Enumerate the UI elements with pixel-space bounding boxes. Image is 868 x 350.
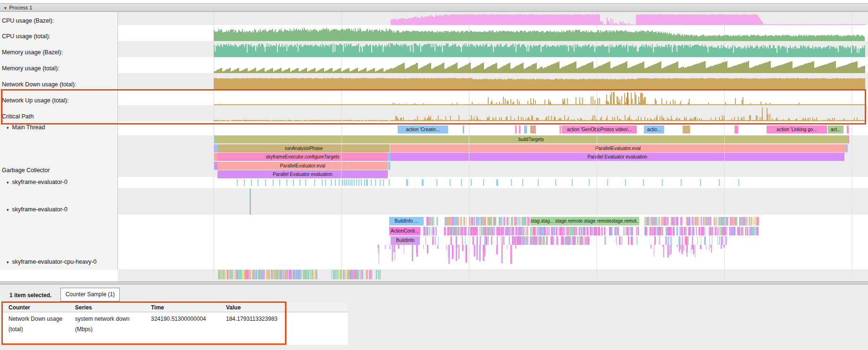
time-ruler[interactable]	[0, 0, 868, 3]
highlight-box-network	[1, 89, 866, 125]
highlight-box-table	[1, 301, 286, 345]
tab-counter-sample[interactable]: Counter Sample (1)	[60, 288, 120, 301]
process-header[interactable]: ▾Process 1	[0, 3, 868, 12]
chevron-down-icon: ▾	[4, 4, 7, 12]
trace-viewer: action 'Creatin...action 'GenObjcProtos …	[0, 0, 868, 350]
selection-status: 1 item selected.	[9, 292, 51, 299]
process-header-label: Process 1	[9, 5, 33, 10]
